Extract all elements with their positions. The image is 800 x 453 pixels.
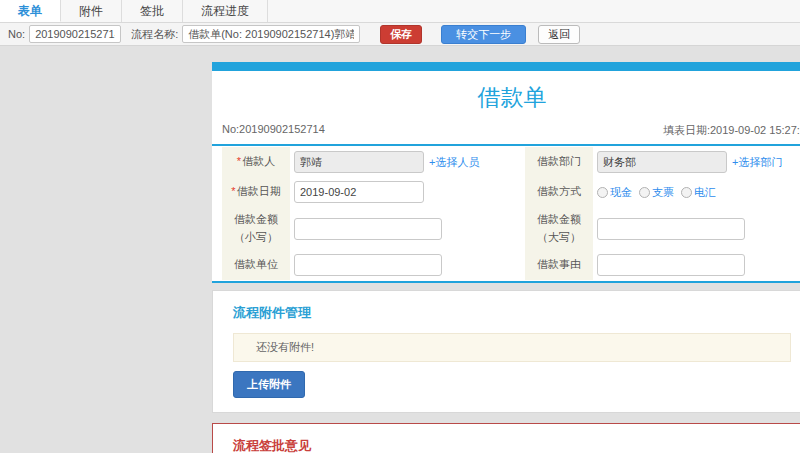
loan-date-label: * 借款日期 — [222, 177, 290, 207]
borrower-cell: +选择人员 — [290, 147, 525, 177]
department-input[interactable] — [597, 151, 727, 173]
tab-attachments[interactable]: 附件 — [61, 0, 122, 22]
form-meta: No:20190902152714 填表日期:2019-09-02 15:27:… — [212, 121, 800, 144]
tab-approval[interactable]: 签批 — [122, 0, 183, 22]
amount-upper-input[interactable] — [597, 218, 745, 240]
reason-cell — [593, 250, 800, 280]
no-label: No: — [8, 28, 25, 40]
department-label: 借款部门 — [525, 147, 593, 177]
process-name-input[interactable] — [182, 25, 360, 43]
divider-top — [212, 144, 800, 146]
attachments-empty-text: 还没有附件! — [256, 341, 314, 353]
form-date-text: 填表日期:2019-09-02 15:27:1 — [663, 123, 800, 138]
reason-input[interactable] — [597, 254, 745, 276]
required-mark: * — [237, 153, 241, 171]
divider-bottom — [212, 281, 800, 283]
amount-lower-cell — [290, 207, 525, 250]
loan-date-cell — [290, 177, 525, 207]
toolbar: No: 流程名称: 保存 转交下一步 返回 — [0, 23, 800, 46]
amount-upper-cell — [593, 207, 800, 250]
unit-label: 借款单位 — [222, 250, 290, 280]
radio-check[interactable]: 支票 — [639, 185, 674, 200]
form-title: 借款单 — [212, 71, 800, 121]
attachments-card: 流程附件管理 还没有附件! 上传附件 — [212, 290, 800, 413]
process-name-label: 流程名称: — [131, 27, 178, 42]
amount-lower-input[interactable] — [294, 218, 442, 240]
radio-icon[interactable] — [597, 187, 608, 198]
radio-icon[interactable] — [681, 187, 692, 198]
upload-attachment-button[interactable]: 上传附件 — [233, 371, 305, 398]
page-background: 借款单 No:20190902152714 填表日期:2019-09-02 15… — [0, 46, 800, 453]
form-no-text: No:20190902152714 — [222, 123, 325, 138]
reason-label: 借款事由 — [525, 250, 593, 280]
unit-input[interactable] — [294, 254, 442, 276]
required-mark: * — [231, 183, 235, 201]
borrower-input[interactable] — [294, 151, 424, 173]
approval-card: 流程签批意见 B I abc — [212, 423, 800, 453]
no-input[interactable] — [29, 25, 121, 43]
panel-top-bar — [212, 62, 800, 71]
department-cell: +选择部门 — [593, 147, 800, 177]
next-step-button[interactable]: 转交下一步 — [441, 25, 526, 44]
amount-upper-label: 借款金额（大写） — [525, 207, 593, 250]
method-cell: 现金 支票 电汇 — [593, 177, 800, 207]
tab-bar: 表单 附件 签批 流程进度 — [0, 0, 800, 23]
save-button[interactable]: 保存 — [380, 25, 422, 44]
back-button[interactable]: 返回 — [538, 25, 580, 44]
form-grid: * 借款人 +选择人员 借款部门 +选择部门 * 借款日期 — [212, 147, 800, 280]
attachments-title: 流程附件管理 — [233, 304, 791, 322]
radio-cash[interactable]: 现金 — [597, 185, 632, 200]
tab-form[interactable]: 表单 — [0, 0, 61, 22]
unit-cell — [290, 250, 525, 280]
approval-title: 流程签批意见 — [233, 437, 791, 453]
radio-icon[interactable] — [639, 187, 650, 198]
select-person-link[interactable]: +选择人员 — [429, 155, 479, 170]
attachments-empty-bar: 还没有附件! — [233, 333, 791, 362]
select-department-link[interactable]: +选择部门 — [732, 155, 782, 170]
loan-date-input[interactable] — [294, 181, 424, 203]
method-label: 借款方式 — [525, 177, 593, 207]
borrower-label: * 借款人 — [222, 147, 290, 177]
amount-lower-label: 借款金额（小写） — [222, 207, 290, 250]
radio-wire[interactable]: 电汇 — [681, 185, 716, 200]
loan-form-panel: 借款单 No:20190902152714 填表日期:2019-09-02 15… — [212, 62, 800, 283]
tab-process-progress[interactable]: 流程进度 — [183, 0, 268, 22]
